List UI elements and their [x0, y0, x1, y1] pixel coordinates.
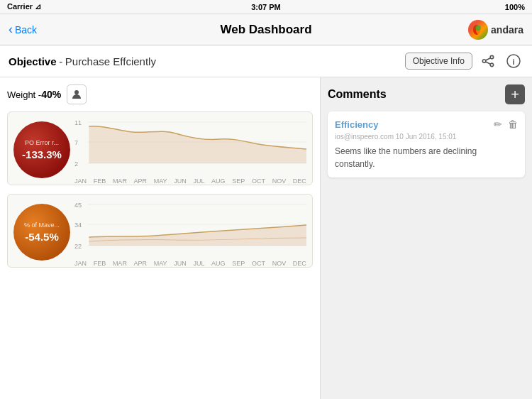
chart1-metric-label: PO Error r... — [25, 139, 59, 147]
svg-point-11 — [74, 90, 79, 94]
svg-line-8 — [486, 58, 491, 60]
chart1-axis-labels: JANFEBMARAPRMAYJUNJULAUGSEPOCTNOVDEC — [74, 177, 306, 185]
andara-logo: andara — [468, 20, 523, 40]
objective-dash: - — [59, 55, 62, 67]
chart1-container: PO Error r... -133.3% 11 7 2 — [7, 111, 313, 185]
chart2-svg-area: 45 34 22 JANFEBMARAPRMAYJUNJULAUGSEPOCTN… — [74, 200, 306, 264]
header-buttons: Objective Info i — [405, 51, 523, 71]
andara-circle-icon — [468, 20, 488, 40]
objective-name: Purchase Effciently — [65, 55, 156, 67]
page-header: Objective - Purchase Effciently Objectiv… — [0, 45, 532, 77]
chart2-metric-label: % of Mave... — [24, 222, 60, 229]
svg-point-6 — [490, 63, 494, 67]
comment-card-header: Efficiency ✏ 🗑 — [335, 119, 518, 130]
logo-area: andara — [468, 20, 523, 40]
svg-text:2: 2 — [74, 160, 78, 168]
comment-text: Seems like the numbers are declining con… — [335, 145, 518, 170]
andara-text: andara — [491, 24, 523, 35]
right-panel: Comments + Efficiency ✏ 🗑 ios@inspeero.c… — [321, 77, 532, 399]
svg-line-7 — [486, 62, 491, 64]
objective-label: Objective — [9, 55, 57, 67]
chart1-metric-circle: PO Error r... -133.3% — [13, 121, 70, 178]
delete-icon[interactable]: 🗑 — [508, 119, 518, 130]
svg-text:34: 34 — [74, 222, 82, 229]
edit-icon[interactable]: ✏ — [494, 119, 502, 130]
status-bar: Carrier ⊿ 3:07 PM 100% — [0, 0, 532, 14]
chart2-metric-circle: % of Mave... -54.5% — [13, 204, 70, 261]
chart2-axis-labels: JANFEBMARAPRMAYJUNJULAUGSEPOCTNOVDEC — [74, 260, 306, 267]
comment-meta: ios@inspeero.com 10 Jun 2016, 15:01 — [335, 133, 518, 141]
chart1-svg-area: 11 7 2 JANFEBMARAPRMAYJUNJULAUGSEPOCTNOV… — [74, 118, 306, 182]
nav-bar: ‹ Back Web Dashboard andara — [0, 14, 532, 45]
svg-point-4 — [490, 55, 494, 59]
comments-header: Comments + — [328, 84, 525, 104]
svg-point-3 — [475, 25, 481, 31]
svg-point-5 — [482, 60, 486, 63]
info-button[interactable]: i — [504, 51, 523, 71]
nav-title: Web Dashboard — [220, 23, 311, 37]
svg-text:7: 7 — [74, 139, 78, 146]
svg-text:45: 45 — [74, 202, 82, 209]
comment-title[interactable]: Efficiency — [335, 119, 378, 130]
main-layout: Weight -40% PO Error r... -133.3% 11 7 — [0, 77, 532, 399]
time-label: 3:07 PM — [251, 3, 281, 11]
person-icon-button[interactable] — [67, 84, 87, 104]
weight-label: Weight -40% — [7, 89, 61, 100]
comments-title: Comments — [328, 88, 387, 101]
svg-text:22: 22 — [74, 243, 82, 250]
comment-card: Efficiency ✏ 🗑 ios@inspeero.com 10 Jun 2… — [328, 111, 525, 177]
add-comment-button[interactable]: + — [505, 84, 525, 104]
objective-info-button[interactable]: Objective Info — [405, 53, 472, 70]
weight-row: Weight -40% — [7, 84, 313, 104]
back-chevron-icon: ‹ — [9, 22, 13, 37]
weight-value: 40% — [41, 89, 61, 100]
svg-text:i: i — [512, 58, 514, 66]
share-button[interactable] — [478, 51, 498, 71]
carrier-label: Carrier ⊿ — [7, 2, 41, 11]
battery-label: 100% — [505, 3, 525, 11]
page-title: Objective - Purchase Effciently — [9, 55, 156, 67]
comment-actions: ✏ 🗑 — [494, 119, 518, 130]
left-panel: Weight -40% PO Error r... -133.3% 11 7 — [0, 77, 321, 399]
back-button[interactable]: ‹ Back — [9, 22, 37, 37]
chart1-metric-value: -133.3% — [22, 148, 62, 160]
chart2-container: % of Mave... -54.5% 45 34 22 — [7, 194, 313, 268]
chart2-metric-value: -54.5% — [25, 231, 59, 243]
back-label: Back — [15, 24, 37, 35]
svg-text:11: 11 — [74, 119, 82, 126]
